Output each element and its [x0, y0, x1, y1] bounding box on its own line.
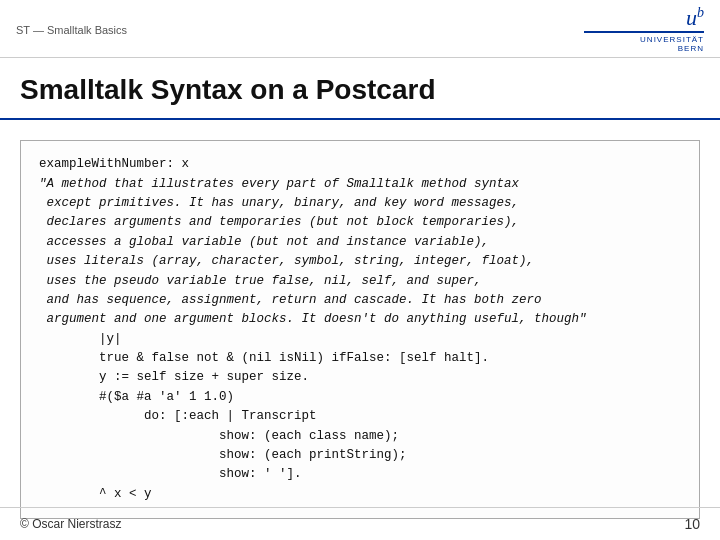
- code-line-5: accesses a global variable (but not and …: [39, 235, 489, 249]
- code-line-3: except primitives. It has unary, binary,…: [39, 196, 519, 210]
- top-bar: ST — Smalltalk Basics ub UNIVERSITÄTBERN: [0, 0, 720, 58]
- code-line-1: exampleWithNumber: x: [39, 157, 189, 171]
- code-line-6: uses literals (array, character, symbol,…: [39, 254, 534, 268]
- university-logo: ub: [686, 6, 704, 29]
- slide-label: ST — Smalltalk Basics: [16, 24, 127, 36]
- code-line-9: argument and one argument blocks. It doe…: [39, 312, 587, 326]
- code-line-14: do: [:each | Transcript: [39, 409, 317, 423]
- logo-letter-u: u: [686, 5, 697, 30]
- code-line-17: show: ' '].: [39, 467, 302, 481]
- logo-university-name: UNIVERSITÄTBERN: [640, 35, 704, 53]
- code-line-7: uses the pseudo variable true false, nil…: [39, 274, 482, 288]
- code-line-16: show: (each printString);: [39, 448, 407, 462]
- page-title: Smalltalk Syntax on a Postcard: [0, 58, 720, 120]
- code-line-11: true & false not & (nil isNil) ifFalse: …: [39, 351, 489, 365]
- footer: © Oscar Nierstrasz 10: [0, 507, 720, 540]
- code-block: exampleWithNumber: x "A method that illu…: [39, 155, 681, 504]
- logo-letter-b: b: [697, 5, 704, 20]
- code-line-10: |y|: [39, 332, 122, 346]
- page-number: 10: [684, 516, 700, 532]
- code-line-12: y := self size + super size.: [39, 370, 309, 384]
- logo-area: ub UNIVERSITÄTBERN: [584, 6, 704, 53]
- copyright-text: © Oscar Nierstrasz: [20, 517, 122, 531]
- code-line-2: "A method that illustrates every part of…: [39, 177, 519, 191]
- code-line-15: show: (each class name);: [39, 429, 399, 443]
- code-line-13: #($a #a 'a' 1 1.0): [39, 390, 234, 404]
- logo-divider: [584, 31, 704, 33]
- code-line-4: declares arguments and temporaries (but …: [39, 215, 519, 229]
- code-content-area: exampleWithNumber: x "A method that illu…: [20, 140, 700, 519]
- code-line-18: ^ x < y: [39, 487, 152, 501]
- code-line-8: and has sequence, assignment, return and…: [39, 293, 542, 307]
